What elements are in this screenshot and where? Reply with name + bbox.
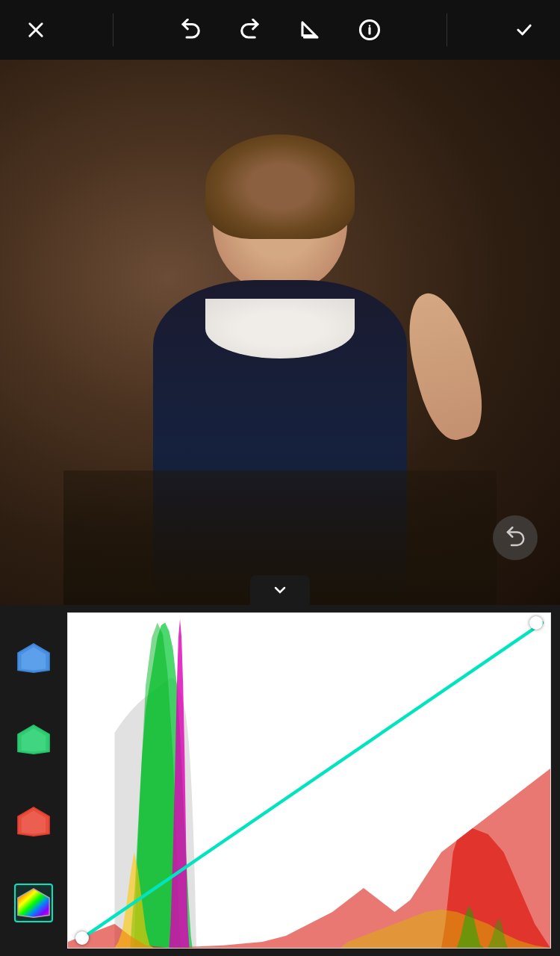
toolbar-divider-left bbox=[113, 13, 113, 46]
info-button[interactable] bbox=[352, 12, 388, 48]
curve-point-top[interactable] bbox=[529, 616, 543, 630]
toolbar-divider-right bbox=[447, 13, 447, 46]
svg-marker-11 bbox=[18, 889, 49, 917]
redo-button[interactable] bbox=[232, 12, 268, 48]
confirm-button[interactable] bbox=[506, 12, 542, 48]
crop-button[interactable] bbox=[292, 12, 328, 48]
channel-green-button[interactable] bbox=[14, 720, 53, 759]
channel-hsl-button[interactable] bbox=[14, 884, 53, 922]
curve-area bbox=[0, 605, 560, 956]
close-button[interactable] bbox=[18, 12, 54, 48]
svg-point-4 bbox=[369, 25, 370, 26]
bottom-panel bbox=[0, 605, 560, 956]
channel-rgb-button[interactable] bbox=[14, 639, 53, 677]
toolbar bbox=[0, 0, 560, 60]
svg-line-13 bbox=[82, 623, 543, 938]
collapse-button[interactable] bbox=[250, 575, 310, 605]
undo-button[interactable] bbox=[172, 12, 208, 48]
image-area bbox=[0, 60, 560, 605]
curve-svg[interactable] bbox=[68, 613, 550, 948]
curve-point-bottom[interactable] bbox=[75, 931, 89, 945]
channel-icons bbox=[0, 612, 67, 949]
channel-red-button[interactable] bbox=[14, 802, 53, 841]
histogram-box[interactable] bbox=[67, 612, 551, 949]
undo-overlay-button[interactable] bbox=[493, 515, 538, 560]
photo-background bbox=[0, 60, 560, 605]
